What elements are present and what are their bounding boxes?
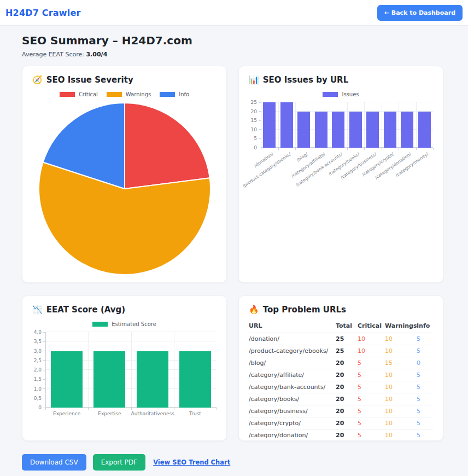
x-axis-label: Expertise (88, 411, 131, 416)
bar-Experience[interactable] (51, 351, 83, 408)
legend-item-critical[interactable]: Critical (60, 91, 98, 97)
y-axis-tick-label: 0 (32, 405, 42, 410)
cell-warnings: 15 (385, 357, 417, 369)
x-axis-tick-mark (217, 408, 217, 410)
card-seo-issues-by-url: 📊 SEO Issues by URL Issues 0510152025/do… (238, 66, 443, 283)
export-pdf-button[interactable]: Export PDF (93, 454, 145, 471)
cell-critical: 10 (358, 345, 385, 357)
cell-total: 20 (336, 429, 358, 442)
legend-item-estimated score[interactable]: Estimated Score (92, 321, 156, 327)
eeat-legend: Estimated Score (32, 320, 217, 328)
y-axis-tick-mark (43, 341, 45, 342)
bar-category-affiliate[interactable] (315, 112, 327, 148)
cell-url: /category/books/ (249, 393, 336, 405)
cell-info: 5 (417, 417, 433, 429)
fire-icon: 🔥 (249, 305, 259, 315)
legend-item-warnings[interactable]: Warnings (107, 91, 151, 97)
legend-label: Critical (79, 91, 98, 97)
column-header-warnings: Warnings (385, 320, 417, 333)
download-csv-button[interactable]: Download CSV (22, 454, 86, 471)
y-axis-tick-label: 0,5 (32, 396, 42, 401)
gridline (88, 332, 89, 408)
bar-category-bank-accounts[interactable] (332, 112, 344, 148)
table-header: URLTotalCriticalWarningsInfo (249, 320, 433, 333)
cell-url: /product-category/ebooks/ (249, 345, 336, 357)
y-axis-tick-mark (43, 332, 45, 333)
view-seo-trend-chart-link[interactable]: View SEO Trend Chart (153, 458, 230, 466)
bar-Authoritativeness[interactable] (137, 351, 168, 408)
y-axis-tick-label: 1,5 (32, 376, 42, 382)
average-eeat-label: Average EEAT Score: (22, 51, 86, 58)
cell-warnings: 10 (385, 417, 417, 429)
cell-warnings: 10 (385, 333, 417, 345)
eeat-card-title: 📉 EEAT Score (Avg) (32, 305, 217, 315)
bar-category-business[interactable] (366, 112, 379, 148)
gridline (131, 332, 132, 408)
gridline (347, 102, 348, 148)
cell-url: /category/business/ (249, 405, 336, 417)
table-row: /blog/205150 (249, 357, 433, 369)
cell-info: 0 (417, 357, 433, 369)
gridline (295, 102, 296, 148)
table-row: /category/bank-accounts/205105 (249, 381, 433, 393)
bar-category-donation[interactable] (401, 112, 413, 148)
cell-warnings: 10 (385, 393, 417, 405)
severity-card-title: 🧭 SEO Issue Severity (32, 75, 217, 85)
y-axis-tick-label: 3,5 (32, 339, 42, 344)
card-seo-issue-severity: 🧭 SEO Issue Severity CriticalWarningsInf… (22, 66, 227, 283)
cell-total: 20 (336, 369, 358, 381)
issues-card-title-text: SEO Issues by URL (263, 75, 349, 85)
cell-total: 20 (336, 381, 358, 393)
y-axis-tick-label: 15 (249, 118, 257, 123)
back-to-dashboard-button[interactable]: ← Back to Dashboard (377, 5, 463, 21)
y-axis-tick-mark (259, 120, 261, 121)
gridline (399, 102, 399, 148)
x-axis-tick-mark (45, 408, 46, 410)
cell-warnings: 10 (385, 405, 417, 417)
cell-url: /donation/ (249, 333, 336, 345)
cell-critical: 5 (358, 369, 385, 381)
bar-category-crypto[interactable] (384, 112, 396, 148)
cell-critical: 5 (358, 429, 385, 442)
y-axis-line (45, 332, 46, 408)
legend-swatch (323, 92, 338, 97)
legend-item-info[interactable]: Info (160, 91, 189, 97)
bar-Trust[interactable] (179, 351, 211, 408)
x-axis-tick-mark (261, 148, 261, 150)
y-axis-tick-label: 4,0 (32, 329, 42, 335)
bar-blog[interactable] (297, 112, 310, 148)
top-urls-card-title: 🔥 Top Problem URLs (249, 305, 433, 315)
cell-critical: 5 (358, 381, 385, 393)
cell-warnings: 10 (385, 369, 417, 381)
legend-label: Info (179, 91, 189, 97)
table-row: /category/books/205105 (249, 393, 433, 405)
x-axis-tick-mark (330, 148, 330, 150)
y-axis-tick-mark (43, 360, 45, 361)
y-axis-tick-mark (43, 351, 45, 351)
severity-legend: CriticalWarningsInfo (32, 90, 217, 98)
column-header-critical: Critical (358, 320, 385, 333)
app-header: H24D7 Crawler ← Back to Dashboard (0, 0, 468, 26)
x-axis-tick-mark (131, 408, 132, 410)
cell-url: /blog/ (249, 357, 336, 369)
bar-donation[interactable] (263, 102, 276, 148)
eeat-bar-chart: 00,51,01,52,02,53,03,54,0ExperienceExper… (32, 332, 217, 419)
y-axis-tick-label: 1,0 (32, 386, 42, 392)
pie-slice-critical[interactable] (125, 103, 210, 189)
cell-critical: 5 (358, 405, 385, 417)
severity-card-title-text: SEO Issue Severity (46, 75, 133, 85)
pie-svg (37, 101, 212, 276)
y-axis-tick-label: 10 (249, 127, 257, 132)
legend-item-issues[interactable]: Issues (323, 91, 359, 97)
bar-Expertise[interactable] (93, 351, 125, 408)
bar-product-category-ebooks[interactable] (280, 102, 293, 148)
issues-card-title: 📊 SEO Issues by URL (249, 75, 433, 85)
bar-category-books[interactable] (349, 112, 362, 148)
severity-pie-chart (32, 101, 217, 276)
x-axis-tick-mark (88, 408, 89, 410)
cell-total: 20 (336, 357, 358, 369)
bar-category-money[interactable] (418, 112, 431, 148)
x-axis-label: /blog/ (296, 152, 309, 162)
y-axis-tick-label: 3,0 (32, 349, 42, 354)
table-row: /category/crypto/205105 (249, 417, 433, 429)
